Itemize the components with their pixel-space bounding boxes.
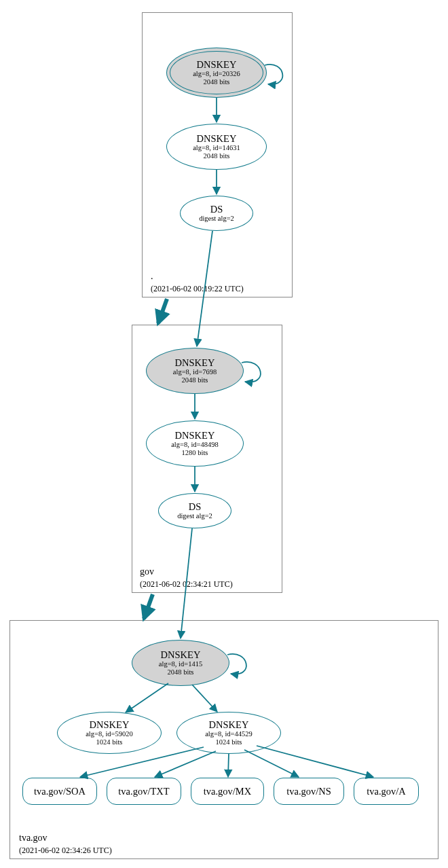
node-root-ksk: DNSKEY alg=8, id=20326 2048 bits: [166, 48, 267, 98]
node-rr-soa: tva.gov/SOA: [22, 778, 97, 805]
node-sub: alg=8, id=44529: [205, 730, 253, 738]
node-sub: 2048 bits: [204, 152, 230, 160]
zone-gov-ts: (2021-06-02 02:34:21 UTC): [140, 579, 233, 589]
node-sub: 1024 bits: [96, 738, 123, 746]
node-sub: 2048 bits: [182, 376, 208, 384]
node-title: DS: [189, 501, 202, 513]
node-tva-ksk: DNSKEY alg=8, id=1415 2048 bits: [132, 640, 229, 686]
zone-root-label: . (2021-06-02 00:19:22 UTC): [151, 270, 244, 295]
node-sub: alg=8, id=14631: [193, 144, 240, 152]
node-sub: alg=8, id=7698: [173, 368, 217, 376]
node-sub: digest alg=2: [199, 215, 234, 223]
node-sub: 2048 bits: [204, 78, 230, 86]
node-sub: 1024 bits: [216, 738, 242, 746]
zone-gov-name: gov: [140, 566, 154, 577]
rr-label: tva.gov/MX: [204, 786, 251, 797]
rr-label: tva.gov/TXT: [118, 786, 169, 797]
zone-tva-ts: (2021-06-02 02:34:26 UTC): [19, 846, 112, 855]
node-sub: 1280 bits: [182, 449, 208, 457]
zone-root-name: .: [151, 271, 153, 281]
node-sub: 2048 bits: [168, 668, 194, 676]
node-title: DNSKEY: [161, 649, 201, 661]
node-title: DS: [210, 204, 223, 215]
node-title: DNSKEY: [175, 357, 215, 369]
node-title: DNSKEY: [197, 133, 237, 145]
node-sub: alg=8, id=1415: [159, 660, 202, 668]
rr-label: tva.gov/A: [367, 786, 406, 797]
node-tva-zsk-b: DNSKEY alg=8, id=44529 1024 bits: [176, 712, 281, 754]
rr-label: tva.gov/SOA: [34, 786, 86, 797]
node-rr-txt: tva.gov/TXT: [107, 778, 181, 805]
node-gov-ksk: DNSKEY alg=8, id=7698 2048 bits: [146, 348, 244, 394]
zone-gov-label: gov (2021-06-02 02:34:21 UTC): [140, 566, 233, 590]
node-gov-ds: DS digest alg=2: [158, 493, 231, 528]
node-root-ds: DS digest alg=2: [180, 196, 253, 231]
node-title: DNSKEY: [175, 430, 215, 441]
rr-label: tva.gov/NS: [286, 786, 331, 797]
zone-tva-label: tva.gov (2021-06-02 02:34:26 UTC): [19, 832, 112, 856]
zone-root-ts: (2021-06-02 00:19:22 UTC): [151, 284, 244, 293]
node-root-zsk: DNSKEY alg=8, id=14631 2048 bits: [166, 124, 267, 170]
node-rr-mx: tva.gov/MX: [191, 778, 264, 805]
node-sub: digest alg=2: [177, 512, 212, 520]
node-title: DNSKEY: [209, 719, 249, 731]
node-title: DNSKEY: [90, 719, 130, 731]
node-gov-zsk: DNSKEY alg=8, id=48498 1280 bits: [146, 420, 244, 467]
zone-tva-name: tva.gov: [19, 833, 48, 843]
node-title: DNSKEY: [197, 59, 237, 71]
node-rr-a: tva.gov/A: [354, 778, 419, 805]
node-tva-zsk-a: DNSKEY alg=8, id=59020 1024 bits: [57, 712, 162, 754]
node-rr-ns: tva.gov/NS: [274, 778, 344, 805]
node-sub: alg=8, id=48498: [171, 441, 219, 449]
node-sub: alg=8, id=59020: [86, 730, 133, 738]
node-sub: alg=8, id=20326: [193, 70, 240, 78]
